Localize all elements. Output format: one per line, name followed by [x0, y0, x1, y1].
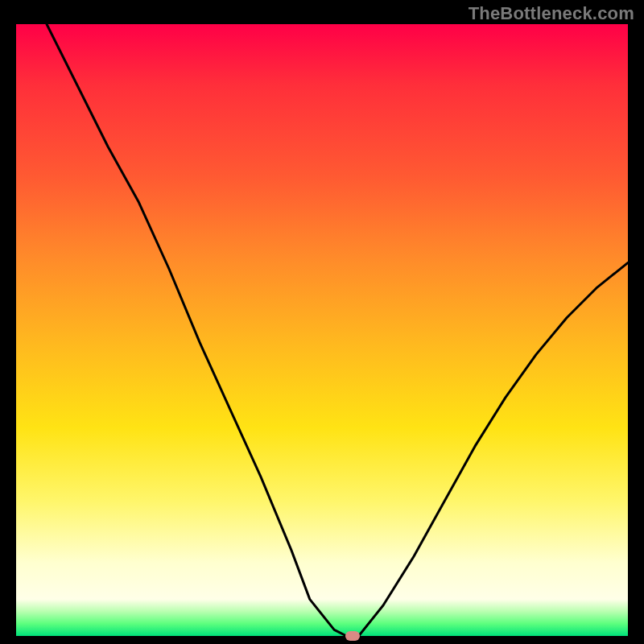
bottleneck-curve	[47, 24, 628, 636]
chart-frame: TheBottleneck.com	[0, 0, 644, 644]
plot-area	[16, 24, 628, 636]
curve-layer	[16, 24, 628, 636]
optimum-marker	[345, 631, 360, 641]
attribution-label: TheBottleneck.com	[469, 3, 634, 24]
